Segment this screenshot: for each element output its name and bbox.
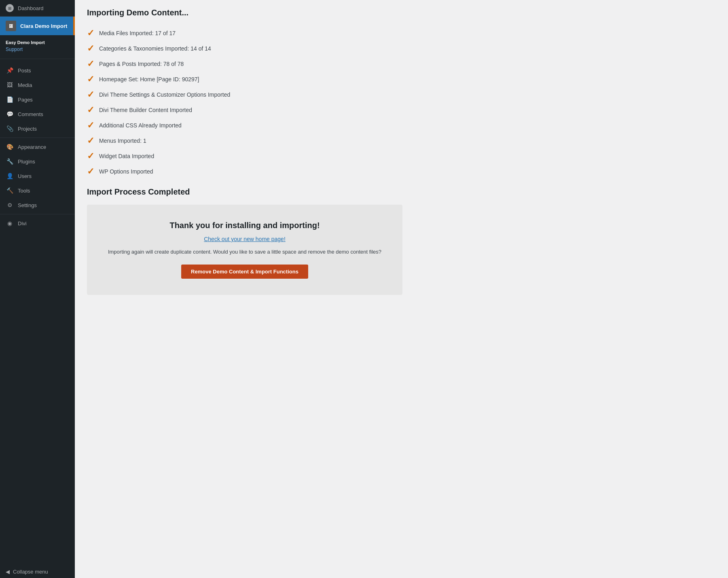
sidebar-item-divi[interactable]: ◉ Divi xyxy=(0,216,75,231)
users-icon: 👤 xyxy=(6,172,14,180)
users-label: Users xyxy=(18,173,32,179)
sidebar-item-projects[interactable]: 📎 Projects xyxy=(0,121,75,136)
import-list-item-pages: ✓Pages & Posts Imported: 78 of 78 xyxy=(87,56,716,72)
appearance-label: Appearance xyxy=(18,144,46,150)
sidebar-nav-section: 📌 Posts 🖼 Media 📄 Pages 💬 Comments 📎 Pro… xyxy=(0,61,75,233)
import-list-item-homepage: ✓Homepage Set: Home [Page ID: 90297] xyxy=(87,72,716,87)
import-item-text: Categories & Taxonomies Imported: 14 of … xyxy=(99,45,211,52)
collapse-icon: ◀ xyxy=(6,569,10,575)
plugins-icon: 🔧 xyxy=(6,157,14,165)
checkmark-icon: ✓ xyxy=(87,152,94,161)
settings-icon: ⚙ xyxy=(6,201,14,209)
checkmark-icon: ✓ xyxy=(87,90,94,99)
thank-you-message: Thank you for installing and importing! xyxy=(99,221,390,230)
sidebar-item-support[interactable]: Support xyxy=(0,46,75,55)
tools-label: Tools xyxy=(18,188,30,194)
checkmark-icon: ✓ xyxy=(87,136,94,145)
home-page-link[interactable]: Check out your new home page! xyxy=(99,236,390,242)
settings-label: Settings xyxy=(18,202,37,208)
import-list-item-widgets: ✓Widget Data Imported xyxy=(87,148,716,164)
sidebar-divider-2 xyxy=(0,138,75,138)
active-item-label: Clara Demo Import xyxy=(20,23,67,29)
pages-icon: 📄 xyxy=(6,95,14,104)
remove-demo-content-button[interactable]: Remove Demo Content & Import Functions xyxy=(181,265,308,279)
checkmark-icon: ✓ xyxy=(87,44,94,53)
avatar: 🖼 xyxy=(6,21,16,31)
easy-demo-import-label: Easy Demo Import xyxy=(0,38,75,46)
sidebar-item-media[interactable]: 🖼 Media xyxy=(0,78,75,92)
import-item-text: Additional CSS Already Imported xyxy=(99,122,182,129)
sidebar-divider-1 xyxy=(0,59,75,59)
sidebar-item-settings[interactable]: ⚙ Settings xyxy=(0,198,75,212)
import-item-text: Media Files Imported: 17 of 17 xyxy=(99,30,176,36)
dashboard-icon: ⊞ xyxy=(6,4,14,12)
import-item-text: Pages & Posts Imported: 78 of 78 xyxy=(99,61,184,67)
checkmark-icon: ✓ xyxy=(87,167,94,176)
import-list-item-divi-settings: ✓Divi Theme Settings & Customizer Option… xyxy=(87,87,716,102)
divi-icon: ◉ xyxy=(6,219,14,227)
sidebar-item-pages[interactable]: 📄 Pages xyxy=(0,92,75,107)
sidebar-item-tools[interactable]: 🔨 Tools xyxy=(0,183,75,198)
divi-label: Divi xyxy=(18,220,27,227)
sidebar-item-dashboard[interactable]: ⊞ Dashboard xyxy=(0,0,75,17)
sidebar: ⊞ Dashboard 🖼 Clara Demo Import Easy Dem… xyxy=(0,0,75,578)
duplicate-warning: Importing again will create duplicate co… xyxy=(99,249,390,255)
easy-demo-import-group: Easy Demo Import Support xyxy=(0,35,75,57)
sidebar-item-clara-demo-import[interactable]: 🖼 Clara Demo Import xyxy=(0,17,75,35)
checkmark-icon: ✓ xyxy=(87,106,94,114)
tools-icon: 🔨 xyxy=(6,186,14,195)
projects-label: Projects xyxy=(18,126,37,132)
import-item-text: Divi Theme Settings & Customizer Options… xyxy=(99,91,230,98)
collapse-label: Collapse menu xyxy=(13,569,48,575)
import-list-item-media: ✓Media Files Imported: 17 of 17 xyxy=(87,25,716,41)
checkmark-icon: ✓ xyxy=(87,75,94,84)
completion-box: Thank you for installing and importing! … xyxy=(87,205,402,295)
import-complete-title: Import Process Completed xyxy=(87,187,716,197)
import-item-text: Widget Data Imported xyxy=(99,153,154,159)
sidebar-item-posts[interactable]: 📌 Posts xyxy=(0,63,75,78)
appearance-icon: 🎨 xyxy=(6,143,14,151)
import-item-text: Menus Imported: 1 xyxy=(99,138,146,144)
posts-icon: 📌 xyxy=(6,66,14,74)
import-item-text: Divi Theme Builder Content Imported xyxy=(99,107,192,113)
import-list-item-menus: ✓Menus Imported: 1 xyxy=(87,133,716,148)
collapse-menu-button[interactable]: ◀ Collapse menu xyxy=(0,565,75,578)
sidebar-item-comments[interactable]: 💬 Comments xyxy=(0,107,75,121)
import-list: ✓Media Files Imported: 17 of 17✓Categori… xyxy=(87,25,716,179)
sidebar-divider-3 xyxy=(0,214,75,214)
sidebar-item-plugins[interactable]: 🔧 Plugins xyxy=(0,154,75,169)
posts-label: Posts xyxy=(18,68,31,74)
sidebar-item-appearance[interactable]: 🎨 Appearance xyxy=(0,140,75,154)
plugins-label: Plugins xyxy=(18,159,35,165)
checkmark-icon: ✓ xyxy=(87,29,94,38)
checkmark-icon: ✓ xyxy=(87,121,94,130)
import-list-item-categories: ✓Categories & Taxonomies Imported: 14 of… xyxy=(87,41,716,56)
comments-label: Comments xyxy=(18,111,43,117)
projects-icon: 📎 xyxy=(6,125,14,133)
import-list-item-divi-builder: ✓Divi Theme Builder Content Imported xyxy=(87,102,716,118)
sidebar-item-users[interactable]: 👤 Users xyxy=(0,169,75,183)
import-list-item-wp-options: ✓WP Options Imported xyxy=(87,164,716,179)
dashboard-label: Dashboard xyxy=(18,5,44,11)
import-list-item-css: ✓Additional CSS Already Imported xyxy=(87,118,716,133)
media-icon: 🖼 xyxy=(6,81,14,89)
main-content: Importing Demo Content... ✓Media Files I… xyxy=(75,0,728,578)
comments-icon: 💬 xyxy=(6,110,14,118)
media-label: Media xyxy=(18,82,32,88)
import-item-text: Homepage Set: Home [Page ID: 90297] xyxy=(99,76,199,83)
checkmark-icon: ✓ xyxy=(87,59,94,68)
import-item-text: WP Options Imported xyxy=(99,168,153,175)
page-title: Importing Demo Content... xyxy=(87,8,716,17)
pages-label: Pages xyxy=(18,97,33,103)
